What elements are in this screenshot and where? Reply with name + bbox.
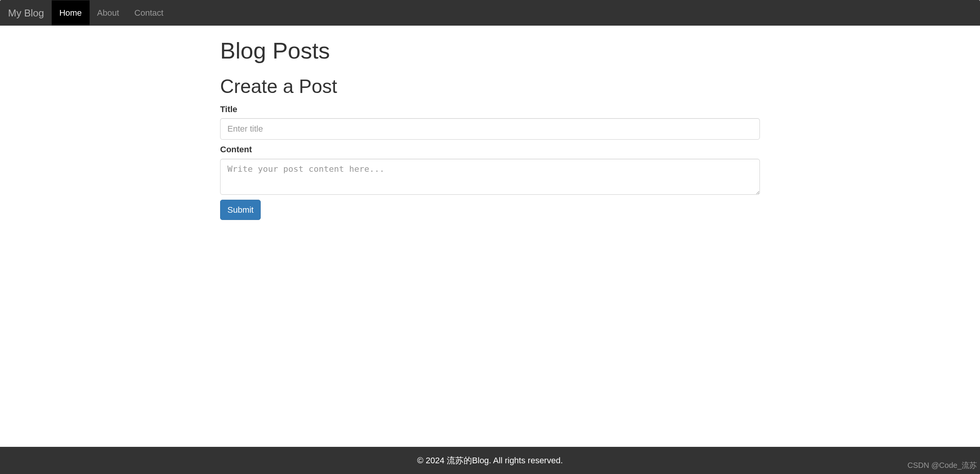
watermark: CSDN @Code_流苏 [908, 460, 977, 471]
content-textarea[interactable] [220, 159, 760, 195]
nav-link-about[interactable]: About [90, 0, 127, 25]
main-container: Blog Posts Create a Post Title Content S… [214, 38, 766, 220]
nav-link-home[interactable]: Home [52, 0, 90, 25]
navbar: My Blog Home About Contact [0, 0, 980, 26]
page-title: Blog Posts [220, 38, 760, 64]
nav-item-home[interactable]: Home [52, 0, 90, 25]
content-label: Content [220, 143, 252, 155]
nav-item-contact[interactable]: Contact [127, 0, 171, 25]
form-group-title: Title [220, 103, 760, 140]
nav-link-contact[interactable]: Contact [127, 0, 171, 25]
form-group-content: Content [220, 143, 760, 194]
title-input[interactable] [220, 118, 760, 140]
nav-item-about[interactable]: About [90, 0, 127, 25]
footer-text: © 2024 流苏的Blog. All rights reserved. [417, 456, 563, 465]
submit-button[interactable]: Submit [220, 200, 261, 220]
footer: © 2024 流苏的Blog. All rights reserved. [0, 447, 980, 474]
create-post-form: Title Content Submit [220, 103, 760, 220]
navbar-brand[interactable]: My Blog [0, 0, 52, 25]
title-label: Title [220, 103, 237, 115]
navbar-nav: Home About Contact [52, 0, 171, 25]
form-title: Create a Post [220, 76, 760, 97]
